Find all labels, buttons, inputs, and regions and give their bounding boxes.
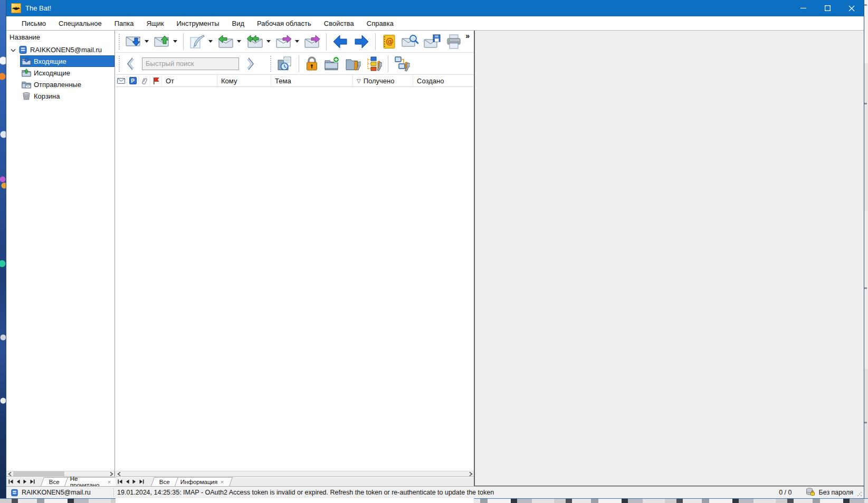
toolbar-grip[interactable] [270,56,273,72]
folder-tab-unread[interactable]: Не прочитано × [62,477,119,486]
close-tab-icon[interactable]: × [221,479,224,485]
app-window: The Bat! Письмо Специальное Папка Ящик И… [6,0,864,498]
svg-text:@: @ [386,37,394,46]
scrollbar-thumb[interactable] [13,471,64,476]
previous-message-button[interactable] [330,33,351,51]
minimize-button[interactable] [791,0,815,16]
menu-special[interactable]: Специальное [52,17,108,30]
folder-tree-setup-button[interactable] [364,54,385,74]
folder-tab-all[interactable]: Все [41,477,68,486]
tab-nav-buttons [116,477,146,486]
scroll-right-icon[interactable] [468,471,474,476]
statusbar-separator [113,488,114,497]
toolbar-grip[interactable] [118,56,121,72]
save-message-button[interactable] [421,32,443,51]
search-messages-button[interactable] [399,32,421,51]
dropdown-caret-icon [295,40,299,43]
address-book-button[interactable]: @ [379,32,399,51]
print-button[interactable] [443,32,464,52]
chevron-down-icon[interactable] [9,46,17,54]
next-tab-icon[interactable] [23,479,27,484]
message-pane: @ [116,31,474,471]
redirect-button[interactable] [302,33,323,51]
menu-properties[interactable]: Свойства [318,17,360,30]
menu-view[interactable]: Вид [226,17,251,30]
scrollbar-track[interactable] [122,471,468,476]
new-folder-button[interactable] [321,54,342,73]
resize-grip[interactable] [857,491,862,497]
menu-message[interactable]: Письмо [15,17,52,30]
send-mail-button[interactable] [151,33,180,51]
preview-pane [475,31,864,486]
desktop-left-strip [0,0,6,503]
parked-icon: P [129,77,137,84]
next-message-button[interactable] [351,33,372,51]
account-row[interactable]: RAIKKONEN5@mail.ru [6,44,115,55]
next-tab-icon[interactable] [132,479,136,484]
toolbar-grip[interactable] [118,34,121,50]
status-bar: RAIKKONEN5@mail.ru 19.01.2024, 14:25:35:… [6,486,864,498]
unread-column-header[interactable] [116,75,127,86]
message-counter: 0 / 0 [779,489,791,496]
parked-column-header[interactable]: P [127,75,139,86]
search-forward-button[interactable] [244,55,258,73]
folder-pane-header[interactable]: Название [6,31,115,44]
search-back-button[interactable] [123,55,137,73]
menu-workspace[interactable]: Рабочая область [251,17,318,30]
password-db-icon [806,488,815,497]
dropdown-caret-icon [173,40,177,43]
column-header-received[interactable]: ▽ Получено [353,75,413,86]
close-button[interactable] [840,0,864,16]
scroll-right-icon[interactable] [108,471,115,476]
column-header-subject[interactable]: Тема [271,75,353,86]
column-header-to[interactable]: Кому [217,75,271,86]
reply-all-button[interactable] [244,33,273,51]
folder-item-inbox[interactable]: Входящие [6,55,115,67]
account-label: RAIKKONEN5@mail.ru [30,46,102,54]
get-mail-button[interactable] [123,33,151,51]
quick-search-input[interactable] [142,57,239,70]
first-tab-icon[interactable] [118,479,122,484]
folder-item-sent[interactable]: Отправленные [6,79,115,90]
last-tab-icon[interactable] [30,479,35,484]
password-lock-button[interactable] [302,54,321,74]
toolbar-separator [299,55,299,72]
status-account: RAIKKONEN5@mail.ru [11,487,91,498]
menu-tools[interactable]: Инструменты [170,17,226,30]
password-mode-label: Без пароля [819,489,854,496]
close-tab-icon[interactable]: × [107,479,110,485]
main-toolbar: @ [116,31,474,53]
scroll-left-icon[interactable] [6,471,13,476]
tab-nav-buttons [6,477,37,486]
reply-button[interactable] [215,33,244,51]
scroll-left-icon[interactable] [116,471,122,476]
toolbar-overflow-button[interactable]: » [465,32,470,40]
mailbox-icon [18,45,27,54]
last-tab-icon[interactable] [139,479,144,484]
menu-help[interactable]: Справка [360,17,400,30]
message-tab-all[interactable]: Все [151,477,178,486]
menu-folder[interactable]: Папка [108,17,140,30]
prev-tab-icon[interactable] [16,479,20,484]
outbox-folder-icon [22,69,31,77]
view-history-button[interactable] [274,54,295,74]
prev-tab-icon[interactable] [126,479,129,484]
account-properties-button[interactable] [392,54,413,74]
folder-item-trash[interactable]: Корзина [6,90,115,102]
menu-mailbox[interactable]: Ящик [140,17,170,30]
forward-button[interactable] [273,33,302,51]
sent-folder-icon [22,80,31,89]
message-tab-info[interactable]: Информация × [172,477,233,486]
attachment-column-header[interactable] [139,75,150,86]
new-message-button[interactable] [187,32,215,51]
message-list-body[interactable] [116,87,474,503]
maximize-button[interactable] [815,0,840,16]
folder-maintenance-button[interactable] [342,54,364,73]
first-tab-icon[interactable] [8,479,13,484]
folder-item-outbox[interactable]: Исходящие [6,67,115,79]
dropdown-caret-icon [145,40,149,43]
message-pane-hscrollbar[interactable] [116,471,474,477]
column-header-from[interactable]: От [162,75,217,86]
column-header-created[interactable]: Создано [413,75,474,86]
flag-column-header[interactable] [150,75,162,86]
